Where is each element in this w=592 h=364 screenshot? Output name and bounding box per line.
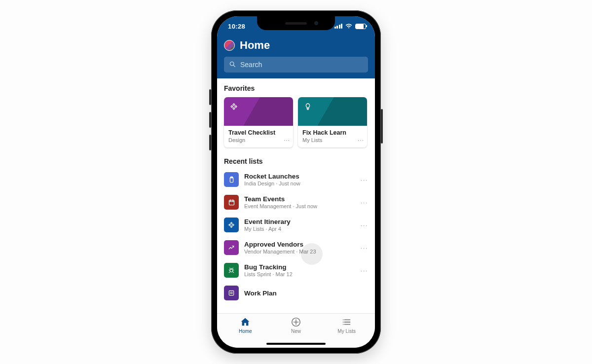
list-item[interactable]: Approved Vendors Vendor Management · Mar… [217,236,375,259]
clipboard-icon [224,172,239,187]
list-item-title: Work Plan [244,290,368,297]
list-item-title: Bug Tracking [244,263,355,271]
tab-my-lists[interactable]: My Lists [321,317,372,348]
list-item-subtitle: My Lists · Apr 4 [244,226,355,232]
more-button[interactable]: ··· [361,176,368,183]
lightbulb-icon [303,102,313,111]
svg-point-4 [230,269,233,272]
tab-home[interactable]: Home [220,317,271,348]
wifi-icon [345,24,352,29]
list-item[interactable]: Event Itinerary My Lists · Apr 4 ··· [217,214,375,236]
favorites-row: Travel Checklist Design ··· Fix Hack Lea… [217,97,375,156]
list-item-title: Approved Vendors [244,241,355,248]
search-input[interactable] [240,61,363,69]
tab-label: My Lists [337,328,356,334]
favorite-name: Fix Hack Learn [302,129,363,136]
favorite-name: Travel Checklist [228,129,289,136]
more-button[interactable]: ··· [361,199,368,206]
trend-icon [224,240,239,255]
status-time: 10:28 [228,23,245,30]
favorite-card[interactable]: Travel Checklist Design ··· [224,97,293,147]
list-item-subtitle: Lists Sprint · Mar 12 [244,271,355,277]
signal-icon [334,24,343,29]
list-item[interactable]: Bug Tracking Lists Sprint · Mar 12 ··· [217,259,375,282]
more-button[interactable]: ··· [361,221,368,229]
search-bar[interactable] [224,57,368,73]
list-item-subtitle: Vendor Management · Mar 23 [244,249,355,255]
list-item-subtitle: India Design · Just now [244,181,355,186]
more-button[interactable]: ··· [361,267,368,274]
list-item[interactable]: Work Plan [217,282,375,300]
list-item-title: Rocket Launches [244,173,355,180]
waypoint-icon [224,218,239,232]
svg-rect-3 [229,200,234,205]
page-title: Home [240,39,270,52]
tab-label: Home [239,328,252,334]
list-item-title: Team Events [244,195,355,203]
search-icon [229,61,236,69]
waypoint-icon [229,102,239,111]
recent-list: Rocket Launches India Design · Just now … [217,168,375,300]
svg-line-1 [233,65,235,67]
battery-icon [355,24,366,29]
more-button[interactable]: ··· [284,137,290,144]
screen: 10:28 Home [217,16,375,348]
plan-icon [224,286,239,300]
content-area[interactable]: Favorites Travel Checklist Design ··· [217,78,375,313]
device-notch [257,16,335,30]
more-button[interactable]: ··· [361,244,368,252]
list-item-title: Event Itinerary [244,218,355,225]
favorite-subtitle: My Lists [302,137,363,143]
favorite-card[interactable]: Fix Hack Learn My Lists ··· [298,97,367,147]
more-button[interactable]: ··· [358,137,364,144]
phone-frame: 10:28 Home [211,10,381,354]
favorites-heading: Favorites [217,84,375,97]
list-item-subtitle: Event Management · Just now [244,203,355,209]
home-indicator[interactable] [266,343,326,345]
favorite-subtitle: Design [228,137,289,143]
avatar[interactable] [224,40,235,51]
recent-heading: Recent lists [217,157,375,168]
bug-icon [224,263,239,278]
list-item[interactable]: Team Events Event Management · Just now … [217,191,375,214]
tab-label: New [291,328,301,334]
app-header: Home [217,36,375,78]
list-item[interactable]: Rocket Launches India Design · Just now … [217,168,375,191]
calendar-icon [224,195,239,210]
